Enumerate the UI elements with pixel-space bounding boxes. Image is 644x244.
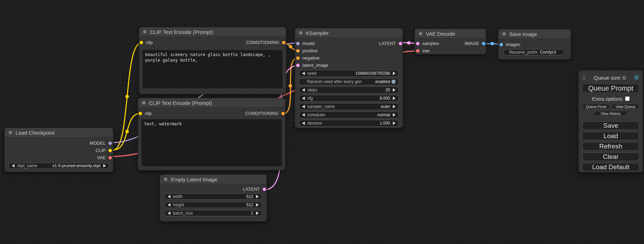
port-output-vae[interactable]: VAE <box>97 155 112 160</box>
arrow-right-icon[interactable] <box>256 203 259 207</box>
node-title: CLIP Text Encode (Prompt) <box>150 29 213 35</box>
drag-handle-icon[interactable] <box>582 75 585 80</box>
collapse-dot-icon[interactable] <box>143 30 147 34</box>
load-button[interactable]: Load <box>582 132 639 140</box>
arrow-left-icon[interactable] <box>168 195 170 198</box>
clear-button[interactable]: Clear <box>582 153 639 161</box>
port-dot-model[interactable] <box>296 42 300 45</box>
collapse-dot-icon[interactable] <box>299 31 302 35</box>
port-input-clip[interactable]: clip <box>139 111 152 116</box>
node-title-bar[interactable]: Load Checkpoint <box>5 128 113 137</box>
port-output-conditioning[interactable]: CONDITIONING <box>245 111 284 116</box>
port-dot-vae[interactable] <box>108 156 112 160</box>
port-dot-vae[interactable] <box>416 49 420 53</box>
widget-seed[interactable]: seed 156680208700286 <box>299 70 399 77</box>
arrow-left-icon[interactable] <box>302 97 305 100</box>
port-dot-conditioning[interactable] <box>282 41 285 44</box>
port-input-images[interactable]: images <box>500 42 520 47</box>
collapse-dot-icon[interactable] <box>9 131 12 134</box>
queue-front-button[interactable]: Queue Front <box>582 104 610 109</box>
arrow-right-icon[interactable] <box>256 211 259 215</box>
node-title-bar[interactable]: Save Image <box>499 29 571 39</box>
port-output-conditioning[interactable]: CONDITIONING <box>246 40 285 45</box>
arrow-left-icon[interactable] <box>302 72 305 75</box>
port-dot-clip[interactable] <box>140 41 143 44</box>
arrow-left-icon[interactable] <box>302 88 305 92</box>
port-dot-model[interactable] <box>108 142 112 145</box>
port-output-latent[interactable]: LATENT <box>379 41 402 46</box>
collapse-dot-icon[interactable] <box>419 32 422 35</box>
arrow-right-icon[interactable] <box>393 113 396 117</box>
arrow-right-icon[interactable] <box>393 105 396 108</box>
port-output-clip[interactable]: CLIP <box>96 148 112 153</box>
extra-options-checkbox[interactable] <box>625 97 629 101</box>
save-button[interactable]: Save <box>582 121 639 130</box>
view-queue-button[interactable]: View Queue <box>612 104 639 109</box>
port-input-vae[interactable]: vae <box>416 48 430 53</box>
port-dot-image[interactable] <box>482 42 485 45</box>
port-output-latent[interactable]: LATENT <box>243 187 265 192</box>
view-history-button[interactable]: View History <box>594 111 627 116</box>
toggle-on-icon[interactable] <box>391 80 396 84</box>
refresh-button[interactable]: Refresh <box>582 142 639 151</box>
port-output-image[interactable]: IMAGE <box>465 41 485 46</box>
arrow-right-icon[interactable] <box>393 72 396 75</box>
negative-prompt-textarea[interactable]: text, watermark <box>141 119 282 166</box>
port-input-model[interactable]: model <box>296 41 315 46</box>
node-title-bar[interactable]: KSampler <box>295 28 403 38</box>
widget-random-seed-toggle[interactable]: Random seed after every gen enabled <box>299 78 399 85</box>
arrow-right-icon[interactable] <box>393 121 396 125</box>
arrow-left-icon[interactable] <box>302 121 305 125</box>
node-title: VAE Decode <box>426 31 455 37</box>
port-dot-image[interactable] <box>500 43 503 46</box>
port-input-negative[interactable]: negative <box>296 55 319 61</box>
port-dot-latent[interactable] <box>399 42 402 45</box>
arrow-left-icon[interactable] <box>302 113 305 117</box>
node-title-bar[interactable]: CLIP Text Encode (Prompt) <box>139 27 286 37</box>
port-input-latent-image[interactable]: latent_image <box>296 63 328 68</box>
widget-ckpt-name[interactable]: ckpt_name v1-5-pruned-emaonly.ckpt <box>8 163 109 169</box>
node-vae-decode: VAE Decode samples IMAGE vae <box>415 29 486 54</box>
settings-gear-icon[interactable]: ⚙ <box>634 75 639 81</box>
node-graph-canvas[interactable]: Load Checkpoint MODEL CLIP VAE ckpt_name… <box>0 0 644 244</box>
arrow-left-icon[interactable] <box>302 105 305 108</box>
widget-batch-size[interactable]: batch_size 1 <box>164 210 262 216</box>
port-dot-conditioning[interactable] <box>296 49 300 53</box>
widget-filename-prefix[interactable]: filename_prefix ComfyUI <box>503 49 564 55</box>
arrow-right-icon[interactable] <box>393 97 396 100</box>
positive-prompt-textarea[interactable]: beautiful scenery nature glass bottle la… <box>142 50 283 89</box>
arrow-right-icon[interactable] <box>393 88 396 92</box>
widget-steps[interactable]: steps 20 <box>299 87 399 93</box>
port-dot-latent[interactable] <box>263 188 266 191</box>
widget-width[interactable]: width 512 <box>164 193 262 200</box>
port-input-samples[interactable]: samples <box>416 41 439 46</box>
arrow-left-icon[interactable] <box>168 203 170 207</box>
arrow-left-icon[interactable] <box>168 211 170 215</box>
port-dot-latent[interactable] <box>296 64 300 67</box>
port-dot-conditioning[interactable] <box>281 112 285 115</box>
widget-denoise[interactable]: denoise 1.000 <box>299 120 399 127</box>
node-save-image: Save Image images filename_prefix ComfyU… <box>498 29 571 60</box>
arrow-left-icon[interactable] <box>12 164 15 168</box>
widget-sampler-name[interactable]: sampler_name euler <box>299 103 399 110</box>
port-dot-latent[interactable] <box>416 42 420 45</box>
node-title-bar[interactable]: Empty Latent Image <box>160 175 266 184</box>
load-default-button[interactable]: Load Default <box>582 163 639 171</box>
port-output-model[interactable]: MODEL <box>90 141 112 146</box>
collapse-dot-icon[interactable] <box>142 101 145 105</box>
port-dot-conditioning[interactable] <box>296 56 300 60</box>
queue-prompt-button[interactable]: Queue Prompt <box>582 84 639 93</box>
collapse-dot-icon[interactable] <box>502 32 506 36</box>
node-title-bar[interactable]: VAE Decode <box>415 29 486 38</box>
port-input-positive[interactable]: positive <box>296 48 318 53</box>
widget-height[interactable]: height 512 <box>164 202 262 208</box>
widget-cfg[interactable]: cfg 8.000 <box>299 95 399 102</box>
port-input-clip[interactable]: clip <box>140 40 153 45</box>
arrow-right-icon[interactable] <box>256 195 259 198</box>
collapse-dot-icon[interactable] <box>164 178 167 181</box>
widget-scheduler[interactable]: scheduler normal <box>299 111 399 118</box>
port-dot-clip[interactable] <box>139 112 142 115</box>
node-title-bar[interactable]: CLIP Text Encode (Prompt) <box>138 98 285 108</box>
arrow-right-icon[interactable] <box>103 164 106 168</box>
port-dot-clip[interactable] <box>108 149 112 152</box>
